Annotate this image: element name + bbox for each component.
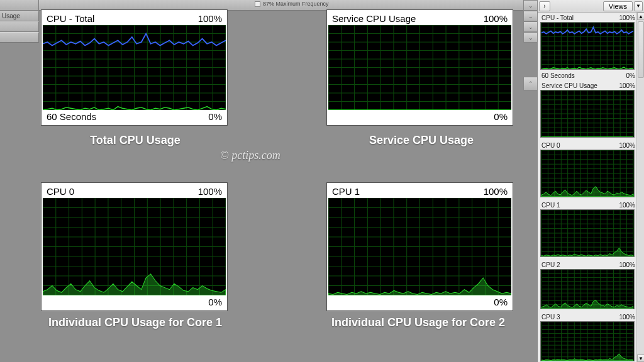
header-strip (0, 32, 39, 43)
chart-min-label: 0% (494, 111, 508, 122)
thumbnail-chart (540, 209, 635, 257)
sidebar-thumbnail[interactable]: CPU 3100% (540, 313, 636, 362)
chart-max-label: 100% (484, 186, 508, 197)
chart-panel-cpu-total: CPU - Total 100% 60 Seconds 0% (42, 10, 227, 125)
thumbnail-max: 100% (619, 14, 635, 21)
chart-min-label: 0% (208, 297, 222, 307)
chart-title: CPU - Total (47, 13, 94, 24)
sidebar-toolbar: › Views ▼ (538, 0, 644, 13)
max-frequency-label: 87% Maximum Frequency (263, 1, 329, 7)
chevron-down-icon[interactable]: ⌄ (523, 11, 537, 21)
thumbnail-title: Service CPU Usage (541, 82, 597, 89)
chart-panel-service-cpu: Service CPU Usage 100% 0% (327, 10, 513, 125)
chevron-down-icon[interactable]: ⌄ (523, 0, 537, 11)
thumbnail-footer: 60 Seconds0% (540, 72, 636, 80)
thumbnail-max: 100% (619, 142, 635, 149)
thumbnail-title: CPU 3 (541, 314, 560, 321)
max-frequency-indicator: 87% Maximum Frequency (255, 1, 329, 7)
views-button[interactable]: Views (603, 1, 633, 11)
watermark: © pctips.com (220, 149, 280, 162)
chart-canvas (328, 198, 511, 295)
panel-collapse-column: ⌄ ⌄ ⌄ ⌄ ⌃ (523, 0, 537, 90)
scrollbar[interactable]: ▲ ▼ (636, 13, 644, 362)
chart-max-label: 100% (484, 13, 508, 24)
chevron-down-icon[interactable]: ⌄ (523, 21, 537, 32)
thumbnail-max: 100% (619, 261, 635, 268)
chart-max-label: 100% (198, 186, 222, 197)
thumbnail-chart (540, 90, 635, 138)
thumbnail-header: CPU 3100% (540, 313, 636, 321)
caption-cpu0: Individual CPU Usage for Core 1 (38, 316, 233, 329)
chart-title: CPU 1 (332, 186, 360, 197)
chevron-up-icon[interactable]: ⌃ (523, 77, 537, 90)
chart-title: Service CPU Usage (332, 13, 416, 24)
thumbnail-max: 100% (619, 314, 635, 321)
scrollbar-thumb[interactable] (638, 21, 644, 78)
scroll-up-icon[interactable]: ▲ (637, 13, 644, 20)
thumbnail-title: CPU 2 (541, 261, 560, 268)
thumbnail-chart (540, 22, 635, 70)
chart-xaxis-label: 60 Seconds (47, 111, 96, 122)
sidebar-thumbnail[interactable]: CPU 2100% (540, 261, 636, 311)
thumbnail-header: CPU 2100% (540, 261, 636, 269)
chart-panel-cpu1: CPU 1 100% 0% (327, 183, 513, 310)
thumbnail-title: CPU - Total (541, 14, 574, 21)
left-collapsed-headers: Usage (0, 0, 39, 43)
caption-total: Total CPU Usage (63, 134, 208, 147)
views-dropdown-icon[interactable]: ▼ (634, 1, 643, 11)
thumbnail-chart (540, 321, 635, 361)
thumbnail-title: CPU 1 (541, 202, 560, 209)
thumbnail-header: Service CPU Usage100% (540, 82, 636, 90)
thumbnail-max: 100% (619, 82, 635, 89)
chart-canvas (43, 25, 226, 110)
sidebar-body: CPU - Total100%60 Seconds0%Service CPU U… (538, 13, 644, 362)
chart-canvas (328, 25, 511, 110)
chart-max-label: 100% (198, 13, 222, 24)
chart-min-label: 0% (208, 111, 222, 122)
thumbnail-header: CPU - Total100% (540, 14, 636, 22)
header-strip (0, 21, 39, 32)
chart-title: CPU 0 (47, 186, 74, 197)
header-strip (0, 0, 39, 11)
overview-header-bar: 87% Maximum Frequency (0, 0, 537, 11)
chart-panel-cpu0: CPU 0 100% 0% (42, 183, 227, 310)
thumbnail-chart (540, 150, 635, 197)
thumbnail-chart (540, 269, 635, 309)
sidebar-thumbnail[interactable]: Service CPU Usage100% (540, 82, 636, 140)
sidebar-thumbnail[interactable]: CPU 0100% (540, 141, 636, 199)
checkbox-icon (255, 1, 260, 7)
chart-min-label: 0% (494, 297, 508, 307)
sidebar-thumbnail[interactable]: CPU 1100% (540, 201, 636, 259)
header-strip-usage: Usage (0, 11, 39, 21)
chart-canvas (43, 198, 226, 295)
thumbnail-max: 100% (619, 202, 635, 209)
chevron-down-icon[interactable]: ⌄ (523, 32, 537, 43)
caption-service: Service CPU Usage (349, 134, 494, 147)
thumbnail-header: CPU 1100% (540, 201, 636, 209)
scroll-down-icon[interactable]: ▼ (637, 354, 644, 362)
overview-sidebar: › Views ▼ CPU - Total100%60 Seconds0%Ser… (537, 0, 644, 362)
thumbnail-title: CPU 0 (541, 142, 560, 149)
caption-cpu1: Individual CPU Usage for Core 2 (302, 316, 535, 329)
sidebar-thumbnail[interactable]: CPU - Total100%60 Seconds0% (540, 14, 636, 80)
thumbnail-header: CPU 0100% (540, 141, 636, 150)
nav-prev-button[interactable]: › (539, 1, 550, 11)
